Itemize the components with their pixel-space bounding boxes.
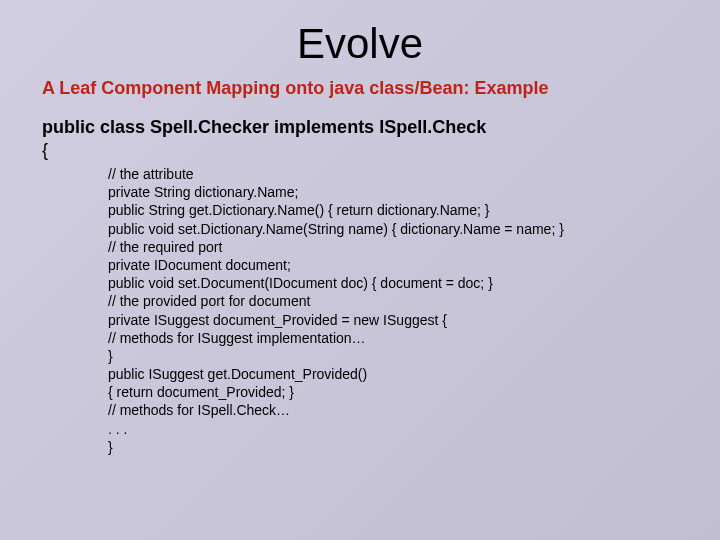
code-line: // the required port <box>108 238 720 256</box>
code-line: // methods for ISpell.Check… <box>108 401 720 419</box>
code-line: . . . <box>108 420 720 438</box>
code-line: private ISuggest document_Provided = new… <box>108 311 720 329</box>
code-line: // the attribute <box>108 165 720 183</box>
code-line: public String get.Dictionary.Name() { re… <box>108 201 720 219</box>
code-line: } <box>108 438 720 456</box>
code-line: public ISuggest get.Document_Provided() <box>108 365 720 383</box>
class-declaration: public class Spell.Checker implements IS… <box>42 117 720 138</box>
open-brace: { <box>42 140 720 161</box>
code-block: // the attribute private String dictiona… <box>108 165 720 456</box>
code-line: public void set.Document(IDocument doc) … <box>108 274 720 292</box>
code-line: public void set.Dictionary.Name(String n… <box>108 220 720 238</box>
code-line: private IDocument document; <box>108 256 720 274</box>
code-line: // methods for ISuggest implementation… <box>108 329 720 347</box>
slide: Evolve A Leaf Component Mapping onto jav… <box>0 0 720 540</box>
slide-title: Evolve <box>0 0 720 68</box>
code-line: } <box>108 347 720 365</box>
code-line: // the provided port for document <box>108 292 720 310</box>
code-line: { return document_Provided; } <box>108 383 720 401</box>
slide-subtitle: A Leaf Component Mapping onto java class… <box>42 78 720 99</box>
code-line: private String dictionary.Name; <box>108 183 720 201</box>
